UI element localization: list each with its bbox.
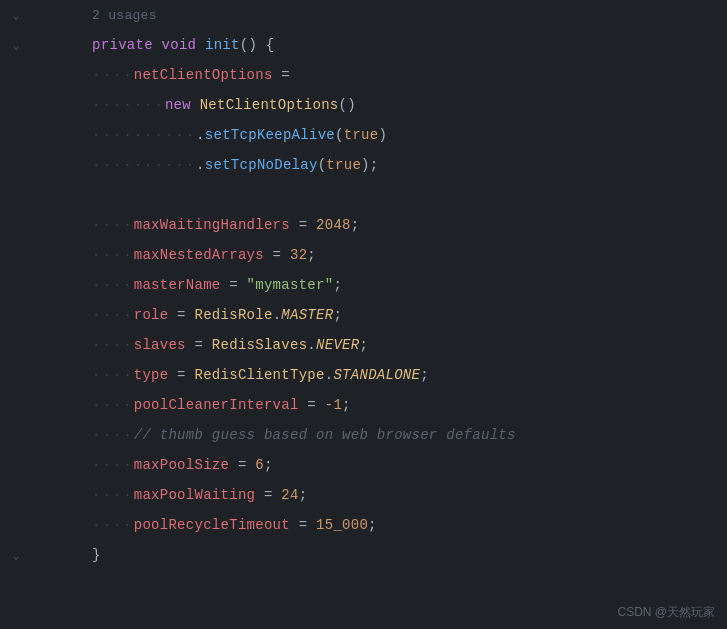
bool-true-2: true xyxy=(326,157,361,173)
fold-icon-usage[interactable]: ⌄ xyxy=(13,9,20,22)
gutter-close: ⌄ xyxy=(0,549,32,562)
fold-icon-close[interactable]: ⌄ xyxy=(13,549,20,562)
line-setTcpNoDelay: ··········.setTcpNoDelay(true); xyxy=(0,150,727,180)
gutter-init: ⌄ xyxy=(0,39,32,52)
close-brace: } xyxy=(92,547,101,563)
watermark: CSDN @天然玩家 xyxy=(617,604,715,621)
indent-dots: ·········· xyxy=(92,157,196,173)
fold-icon-init[interactable]: ⌄ xyxy=(13,39,20,52)
punct: ); xyxy=(361,157,378,173)
gutter-usage: ⌄ xyxy=(0,9,32,22)
line-close-brace: ⌄ } xyxy=(0,540,727,570)
code-editor: ⌄ 2 usages ⌄ private void init() { ····n… xyxy=(0,0,727,629)
dot-method2: . xyxy=(196,157,205,173)
method-setTcpNoDelay: setTcpNoDelay xyxy=(205,157,318,173)
content-close: } xyxy=(32,531,727,579)
